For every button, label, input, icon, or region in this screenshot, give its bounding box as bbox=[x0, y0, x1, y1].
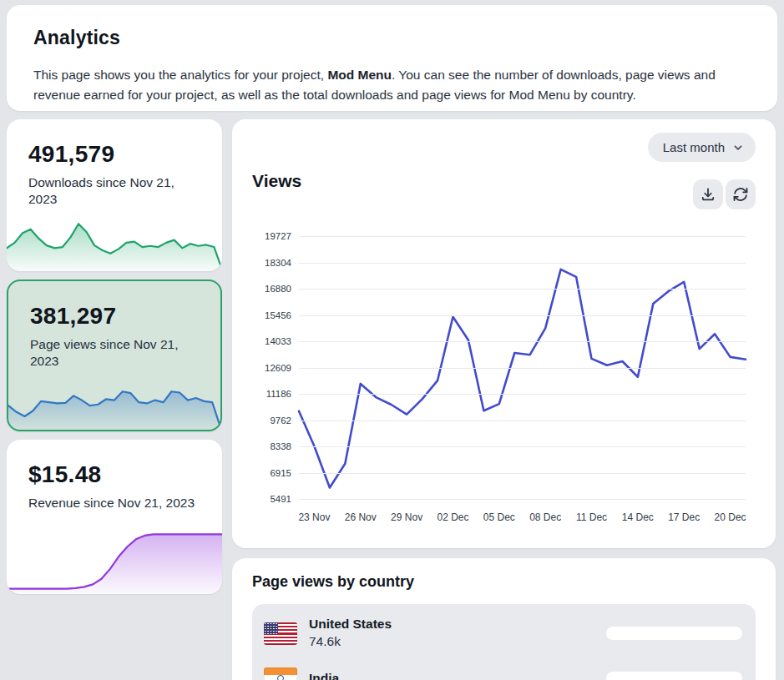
views-chart-card: Last month Views 19727183041688015 bbox=[232, 119, 776, 548]
gridline bbox=[299, 315, 746, 316]
x-axis-tick-label: 23 Nov bbox=[298, 511, 330, 523]
gridline bbox=[299, 473, 746, 474]
gridline bbox=[299, 421, 746, 421]
refresh-button[interactable] bbox=[726, 179, 756, 209]
y-axis-tick-label: 8338 bbox=[270, 441, 291, 451]
page-description: This page shows you the analytics for yo… bbox=[33, 65, 761, 105]
downloads-sparkline bbox=[7, 213, 222, 271]
country-name: India bbox=[309, 670, 339, 680]
gridline bbox=[299, 236, 746, 237]
x-axis-tick-label: 05 Dec bbox=[483, 511, 515, 523]
y-axis-tick-label: 9762 bbox=[270, 416, 291, 426]
gridline bbox=[299, 394, 746, 395]
gridline bbox=[299, 341, 746, 342]
y-axis-tick-label: 19727 bbox=[265, 231, 291, 241]
united-states-flag-icon bbox=[264, 622, 297, 645]
views-plot: 1972718304168801545614033126091118697628… bbox=[299, 236, 746, 499]
header-card: Analytics This page shows you the analyt… bbox=[7, 5, 777, 111]
india-flag-icon bbox=[264, 667, 297, 680]
date-range-label: Last month bbox=[663, 140, 725, 154]
y-axis-tick-label: 5491 bbox=[270, 494, 291, 504]
page-views-sparkline bbox=[8, 371, 220, 430]
project-name: Mod Menu bbox=[327, 68, 392, 82]
page-views-count: 381,297 bbox=[30, 303, 116, 330]
page-title: Analytics bbox=[33, 27, 120, 49]
y-axis-tick-label: 14033 bbox=[265, 336, 291, 346]
gridline bbox=[299, 368, 746, 369]
downloads-stat-card[interactable]: 491,579 Downloads since Nov 21, 2023 bbox=[7, 119, 222, 271]
views-chart-title: Views bbox=[252, 171, 301, 191]
revenue-stat-card[interactable]: $15.48 Revenue since Nov 21, 2023 bbox=[7, 440, 222, 594]
x-axis-tick-label: 29 Nov bbox=[391, 511, 422, 523]
y-axis-tick-label: 18304 bbox=[265, 258, 291, 268]
download-icon bbox=[700, 186, 716, 203]
page-views-stat-card[interactable]: 381,297 Page views since Nov 21, 2023 bbox=[7, 280, 222, 431]
country-name: United States bbox=[309, 616, 392, 633]
revenue-sparkline bbox=[7, 527, 222, 594]
revenue-amount: $15.48 bbox=[28, 461, 101, 488]
revenue-label: Revenue since Nov 21, 2023 bbox=[28, 495, 200, 511]
gridline bbox=[299, 446, 746, 447]
x-axis-tick-label: 17 Dec bbox=[668, 511, 700, 523]
y-axis-tick-label: 15456 bbox=[265, 310, 291, 320]
country-row-united-states: United States 74.6k bbox=[260, 611, 747, 656]
download-csv-button[interactable] bbox=[693, 179, 723, 209]
country-row-india: India bbox=[260, 656, 747, 680]
country-page-views: 74.6k bbox=[309, 633, 392, 651]
x-axis-tick-label: 11 Dec bbox=[576, 511, 607, 523]
x-axis-tick-label: 14 Dec bbox=[622, 511, 654, 523]
y-axis-tick-label: 16880 bbox=[265, 284, 291, 294]
page-views-label: Page views since Nov 21, 2023 bbox=[30, 336, 202, 370]
chevron-down-icon bbox=[732, 142, 744, 154]
downloads-label: Downloads since Nov 21, 2023 bbox=[28, 174, 200, 208]
gridline bbox=[299, 289, 746, 290]
downloads-count: 491,579 bbox=[28, 141, 114, 168]
y-axis-tick-label: 11186 bbox=[266, 389, 291, 399]
x-axis-tick-label: 20 Dec bbox=[715, 511, 746, 523]
country-section-title: Page views by country bbox=[252, 573, 414, 591]
x-axis-tick-label: 26 Nov bbox=[345, 511, 377, 523]
country-list: United States 74.6k India bbox=[252, 604, 756, 680]
refresh-icon bbox=[732, 186, 749, 203]
country-progress-bar bbox=[606, 672, 742, 680]
y-axis-tick-label: 12609 bbox=[265, 363, 291, 373]
analytics-page: Analytics This page shows you the analyt… bbox=[0, 0, 784, 680]
x-axis-tick-label: 08 Dec bbox=[529, 511, 561, 523]
y-axis-tick-label: 6915 bbox=[270, 468, 291, 478]
country-views-card: Page views by country United States 74.6… bbox=[232, 558, 776, 680]
x-axis-tick-label: 02 Dec bbox=[437, 511, 468, 523]
gridline bbox=[299, 263, 746, 264]
date-range-dropdown[interactable]: Last month bbox=[648, 133, 756, 162]
gridline bbox=[299, 499, 746, 500]
country-progress-bar bbox=[606, 627, 742, 640]
